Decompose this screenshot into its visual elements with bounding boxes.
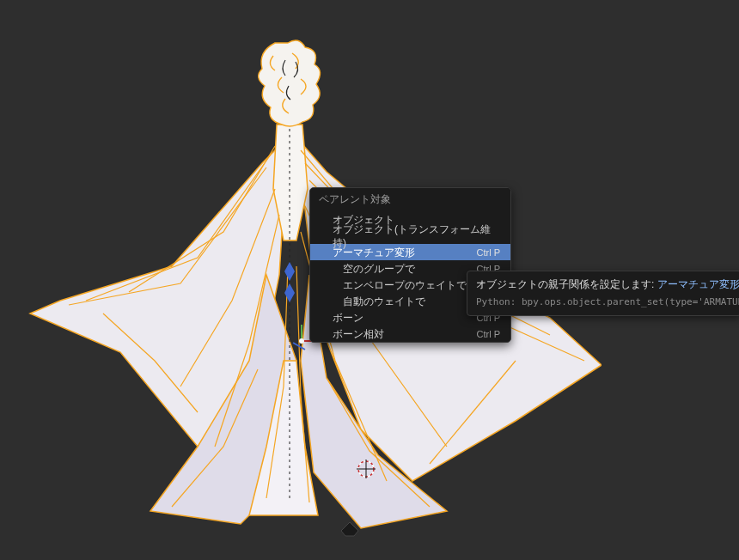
gizmo-axis-z[interactable] [293, 342, 306, 350]
menu-item-label: ボーン [333, 311, 363, 325]
parent-context-menu: ペアレント対象 オブジェクト オブジェクト(トランスフォーム維持) アーマチュア… [309, 187, 511, 343]
menu-item-label: ボーン相対 [333, 327, 384, 341]
menu-item-bone-relative[interactable]: ボーン相対 Ctrl P [310, 326, 510, 342]
menu-item-label: 自動のウェイトで [343, 295, 425, 308]
menu-item-shortcut: Ctrl P [477, 327, 501, 341]
gizmo-origin [299, 338, 304, 344]
tooltip: オブジェクトの親子関係を設定します: アーマチュア変形 Python: bpy.… [467, 271, 739, 316]
tooltip-value: アーマチュア変形 [657, 278, 739, 290]
menu-item-label: 空のグループで [343, 262, 415, 276]
menu-title: ペアレント対象 [310, 188, 510, 211]
menu-item-label: エンベロープのウェイトで [343, 278, 467, 292]
viewport-3d[interactable]: ペアレント対象 オブジェクト オブジェクト(トランスフォーム維持) アーマチュア… [0, 0, 739, 560]
menu-item-armature-deform[interactable]: アーマチュア変形 Ctrl P [310, 244, 510, 260]
camera-icon [337, 515, 363, 541]
menu-item-shortcut: Ctrl P [477, 246, 501, 259]
tooltip-label: オブジェクトの親子関係を設定します: [476, 278, 657, 290]
tooltip-python: Python: bpy.ops.object.parent_set(type='… [476, 296, 732, 307]
cursor-3d-icon [354, 457, 378, 481]
menu-item-object-keep-transform[interactable]: オブジェクト(トランスフォーム維持) [310, 228, 510, 244]
menu-item-label: アーマチュア変形 [333, 246, 415, 259]
